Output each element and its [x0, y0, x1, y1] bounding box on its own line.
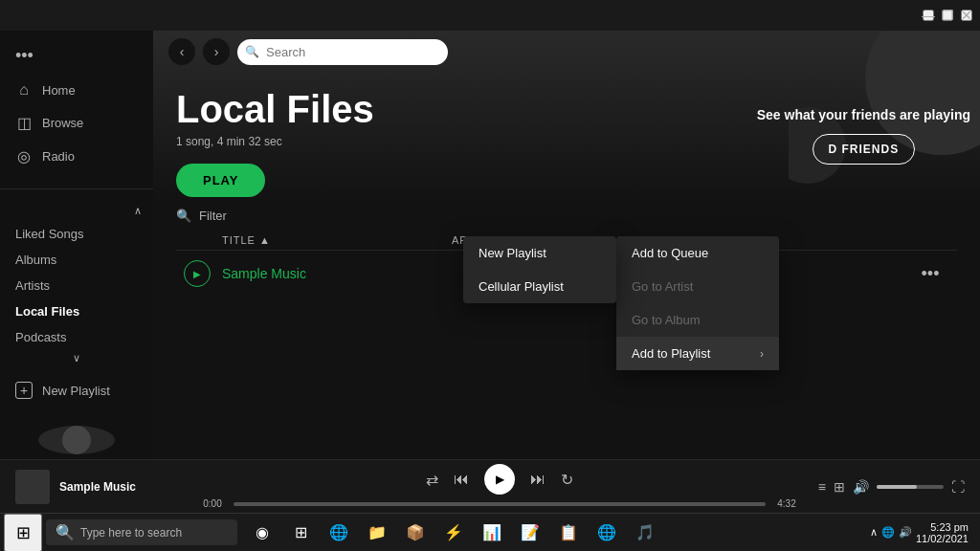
- content-area: ‹ › 🔍 👤 Rexan ∨ Local Files 1 song, 4 mi…: [153, 31, 980, 459]
- repeat-icon: ↻: [561, 471, 573, 489]
- sidebar-item-podcasts[interactable]: Podcasts: [0, 324, 153, 350]
- sort-icon: ▲: [259, 234, 271, 246]
- menu-item-go-to-artist: Go to Artist: [616, 270, 779, 303]
- player-bar: Sample Music ⇄ ⏮ ▶ ⏭ ↻ 0:00 4: [0, 459, 980, 513]
- track-title: Sample Music: [222, 266, 452, 281]
- volume-fill: [877, 485, 917, 489]
- volume-tray-icon[interactable]: 🔊: [899, 526, 912, 539]
- forward-button[interactable]: ›: [203, 38, 230, 65]
- player-controls: ⇄ ⏮ ▶ ⏭ ↻ 0:00 4:32: [199, 464, 800, 509]
- start-button[interactable]: ⊞: [4, 514, 42, 552]
- taskbar-search-box[interactable]: 🔍 Type here to search: [46, 519, 237, 545]
- context-menu: Add to Queue Go to Artist Go to Album Ad…: [616, 236, 779, 370]
- volume-icon[interactable]: 🔊: [853, 479, 869, 495]
- friends-title: See what your friends are playing: [757, 107, 970, 122]
- shuffle-button[interactable]: ⇄: [426, 471, 438, 489]
- taskbar-ppt-icon[interactable]: 📋: [551, 516, 586, 550]
- taskbar-cortana-icon[interactable]: ◉: [245, 516, 279, 550]
- menu-item-add-to-playlist[interactable]: Add to Playlist ›: [616, 337, 779, 370]
- friends-panel: See what your friends are playing D FRIE…: [757, 107, 970, 165]
- volume-speaker-icon: 🔊: [853, 479, 869, 495]
- taskbar-chrome-icon[interactable]: 🌐: [590, 516, 624, 550]
- minimize-button[interactable]: —: [923, 10, 934, 21]
- taskbar-word-icon[interactable]: 📝: [513, 516, 547, 550]
- progress-bar: 0:00 4:32: [199, 498, 800, 509]
- play-pause-button[interactable]: ▶: [484, 464, 515, 495]
- previous-button[interactable]: ⏮: [454, 471, 469, 488]
- sub-menu-item-new-playlist[interactable]: New Playlist: [463, 236, 616, 270]
- taskbar-search-placeholder: Type here to search: [80, 526, 182, 540]
- collapse-icon[interactable]: ∧: [134, 205, 142, 217]
- sidebar-item-albums[interactable]: Albums: [0, 247, 153, 273]
- play-button[interactable]: PLAY: [176, 164, 265, 197]
- library-header: ∧: [0, 201, 153, 221]
- network-icon[interactable]: 🌐: [881, 526, 895, 539]
- filter-row: 🔍: [176, 209, 957, 223]
- queue-button[interactable]: ⊞: [834, 479, 845, 495]
- taskbar-edge-icon[interactable]: 🌐: [322, 516, 356, 550]
- sub-menu-item-cellular-playlist[interactable]: Cellular Playlist: [463, 270, 616, 303]
- now-playing: Sample Music: [15, 470, 188, 504]
- dropdown-icon: ∨: [953, 43, 965, 61]
- progress-track[interactable]: [234, 502, 766, 506]
- taskbar-excel-icon[interactable]: 📊: [475, 516, 509, 550]
- more-options-button[interactable]: •••: [8, 42, 41, 70]
- title-bar: — ❐ ✕: [0, 0, 980, 31]
- volume-track[interactable]: [877, 485, 944, 489]
- system-clock: 5:23 pm 11/02/2021: [916, 521, 969, 544]
- track-play-button[interactable]: ▶: [184, 260, 211, 287]
- next-icon: ⏭: [530, 471, 546, 488]
- user-menu[interactable]: 👤 Rexan ∨: [878, 40, 965, 63]
- menu-item-add-to-queue[interactable]: Add to Queue: [616, 236, 779, 270]
- now-playing-title: Sample Music: [59, 480, 136, 494]
- system-time: 5:23 pm: [930, 521, 969, 533]
- sidebar-item-local-files[interactable]: Local Files: [0, 298, 153, 324]
- taskbar-explorer-icon[interactable]: 📁: [360, 516, 394, 550]
- track-thumbnail: [15, 470, 50, 504]
- sidebar-item-browse[interactable]: ◫ Browse: [0, 106, 153, 140]
- user-name: Rexan: [908, 45, 946, 59]
- avatar: 👤: [878, 40, 901, 63]
- find-friends-button[interactable]: D FRIENDS: [813, 134, 916, 165]
- taskbar-icons: ◉ ⊞ 🌐 📁 📦 ⚡ 📊 📝 📋 🌐 🎵: [245, 516, 662, 550]
- close-button[interactable]: ✕: [961, 10, 972, 21]
- taskbar-dropbox-icon[interactable]: 📦: [398, 516, 433, 550]
- time-total: 4:32: [773, 498, 800, 509]
- sidebar-item-home[interactable]: ⌂ Home: [0, 74, 153, 106]
- track-more-button[interactable]: •••: [911, 264, 949, 284]
- fullscreen-button[interactable]: ⛶: [951, 479, 965, 495]
- back-button[interactable]: ‹: [168, 38, 195, 65]
- tray-chevron[interactable]: ∧: [870, 526, 878, 539]
- play-icon: ▶: [193, 269, 201, 279]
- radio-icon: ◎: [15, 147, 33, 165]
- taskbar-spotify-icon[interactable]: 🎵: [628, 516, 662, 550]
- search-icon: 🔍: [245, 45, 259, 58]
- taskbar-right: ∧ 🌐 🔊 5:23 pm 11/02/2021: [870, 521, 976, 544]
- sidebar-item-label: Radio: [42, 149, 75, 164]
- filter-input[interactable]: [199, 209, 360, 223]
- lyrics-icon: ≡: [818, 479, 826, 495]
- sub-menu: New Playlist Cellular Playlist: [463, 236, 616, 303]
- system-date: 11/02/2021: [916, 533, 969, 544]
- maximize-button[interactable]: ❐: [942, 10, 953, 21]
- sidebar-item-liked-songs[interactable]: Liked Songs: [0, 221, 153, 247]
- expand-icon[interactable]: ∨: [0, 350, 153, 366]
- sidebar-item-label: Browse: [42, 116, 83, 130]
- time-current: 0:00: [199, 498, 226, 509]
- menu-item-go-to-album: Go to Album: [616, 303, 779, 337]
- sidebar-item-radio[interactable]: ◎ Radio: [0, 140, 153, 173]
- control-buttons: ⇄ ⏮ ▶ ⏭ ↻: [426, 464, 573, 495]
- taskbar-task-view-icon[interactable]: ⊞: [283, 516, 318, 550]
- new-playlist-button[interactable]: + New Playlist: [0, 374, 153, 407]
- repeat-button[interactable]: ↻: [561, 471, 573, 489]
- sidebar-item-artists[interactable]: Artists: [0, 273, 153, 298]
- taskbar-swift-icon[interactable]: ⚡: [436, 516, 471, 550]
- browse-icon: ◫: [15, 114, 33, 132]
- home-icon: ⌂: [15, 81, 33, 99]
- lyrics-button[interactable]: ≡: [818, 479, 826, 495]
- title-column-header: TITLE ▲: [222, 234, 452, 246]
- search-input[interactable]: [237, 39, 448, 65]
- next-button[interactable]: ⏭: [530, 471, 546, 488]
- play-pause-icon: ▶: [496, 473, 504, 486]
- sidebar-item-label: Home: [42, 83, 76, 98]
